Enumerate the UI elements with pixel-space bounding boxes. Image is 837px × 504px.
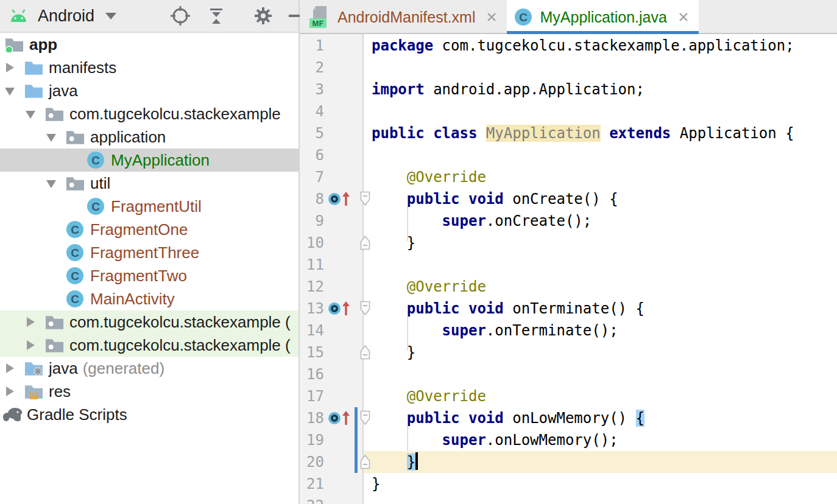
code-line-1[interactable]: package com.tugcekolcu.stackexample.appl… (372, 35, 837, 57)
tree-item-java[interactable]: java(generated) (0, 357, 298, 380)
code-line-17[interactable]: @Override (372, 385, 837, 407)
code-token: } (372, 475, 380, 492)
editor[interactable]: 12345678910111213141516171819202122 pack… (300, 34, 837, 504)
indent-spacer (0, 229, 66, 230)
fold-region-start-icon[interactable] (360, 191, 370, 209)
close-tab-icon[interactable] (677, 10, 690, 24)
annotation-token: @Override (407, 169, 486, 186)
chevron-expanded-icon[interactable] (26, 109, 45, 119)
code-line-20[interactable]: } (372, 451, 837, 473)
indent-spacer (0, 206, 87, 207)
gutter-row: 20 (300, 451, 362, 473)
line-number: 7 (303, 169, 324, 186)
tree-item-fragmentone[interactable]: CFragmentOne (0, 218, 298, 241)
gutter-row: 16 (300, 363, 362, 385)
fold-region-end-icon[interactable] (360, 454, 370, 472)
tree-item-com-tugcekolcu-stackexample[interactable]: com.tugcekolcu.stackexample ( (0, 310, 298, 334)
folder-blue-icon (24, 83, 45, 99)
svg-text:MF: MF (313, 19, 324, 28)
code-line-6[interactable] (372, 144, 837, 166)
tree-item-java[interactable]: java (0, 79, 298, 102)
class-icon: C (66, 290, 87, 308)
tree-item-application[interactable]: application (0, 125, 298, 149)
overrides-method-icon[interactable] (328, 410, 355, 427)
code-line-16[interactable] (372, 363, 837, 385)
chevron-expanded-icon[interactable] (5, 86, 24, 96)
tree-item-myapplication[interactable]: CMyApplication (0, 149, 298, 172)
code-token: .onTerminate(); (486, 322, 618, 339)
code-line-19[interactable]: super.onLowMemory(); (372, 429, 837, 451)
line-number: 18 (303, 410, 324, 427)
fold-region-end-icon[interactable] (360, 345, 370, 362)
code-line-12[interactable]: @Override (372, 276, 837, 298)
code-line-9[interactable]: super.onCreate(); (372, 210, 837, 232)
code-line-8[interactable]: public void onCreate() { (372, 188, 837, 210)
code-line-11[interactable] (372, 254, 837, 276)
locate-file-button[interactable] (170, 5, 191, 26)
chevron-collapsed-icon[interactable] (5, 363, 24, 373)
tree-item-manifests[interactable]: manifests (0, 56, 298, 79)
code-line-21[interactable]: } (372, 473, 837, 495)
tree-item-fragmentthree[interactable]: CFragmentThree (0, 241, 298, 264)
chevron-glyph (26, 111, 35, 119)
code-line-2[interactable] (372, 57, 837, 79)
chevron-down-icon[interactable] (105, 13, 116, 19)
overrides-method-icon[interactable] (328, 300, 355, 317)
code-line-7[interactable]: @Override (372, 166, 837, 188)
overrides-method-icon[interactable] (328, 191, 355, 208)
chevron-glyph (5, 88, 15, 96)
tree-item-app[interactable]: app (0, 33, 298, 56)
chevron-collapsed-icon[interactable] (5, 63, 24, 72)
tree-item-gradle-scripts[interactable]: Gradle Scripts (0, 403, 298, 426)
project-view-selector[interactable]: Android (38, 7, 94, 26)
code-line-22[interactable] (372, 495, 837, 504)
svg-text:C: C (91, 154, 100, 167)
code-line-15[interactable]: } (372, 341, 837, 363)
code-token: .onCreate(); (486, 212, 592, 229)
tree-item-label: FragmentTwo (90, 267, 187, 285)
tree-item-label: Gradle Scripts (27, 405, 127, 424)
chevron-expanded-icon[interactable] (46, 178, 66, 188)
folder-res-icon (24, 383, 45, 399)
gutter-row: 15 (300, 341, 362, 363)
tree-item-com-tugcekolcu-stackexample[interactable]: com.tugcekolcu.stackexample (0, 102, 298, 125)
tree-item-res[interactable]: res (0, 380, 298, 403)
chevron-expanded-icon[interactable] (46, 132, 66, 142)
chevron-collapsed-icon[interactable] (5, 387, 24, 396)
tree-item-suffix: (generated) (83, 359, 164, 378)
tree-item-com-tugcekolcu-stackexample[interactable]: com.tugcekolcu.stackexample ( (0, 334, 298, 357)
chevron-collapsed-icon[interactable] (26, 340, 45, 350)
indent-spacer (0, 391, 5, 392)
chevron-glyph (46, 134, 56, 142)
keyword-token: import (372, 81, 425, 98)
close-tab-icon[interactable] (485, 10, 498, 24)
tree-item-fragmenttwo[interactable]: CFragmentTwo (0, 264, 298, 287)
line-number: 1 (303, 37, 324, 54)
fold-region-end-icon[interactable] (360, 235, 370, 253)
tree-item-mainactivity[interactable]: CMainActivity (0, 287, 298, 310)
code-line-10[interactable]: } (372, 232, 837, 254)
fold-region-start-icon[interactable] (360, 410, 370, 428)
editor-tab-bar: MFAndroidManifest.xmlCMyApplication.java (300, 0, 837, 34)
code-area[interactable]: package com.tugcekolcu.stackexample.appl… (364, 34, 837, 504)
code-line-13[interactable]: public void onTerminate() { (372, 298, 837, 320)
fold-region-start-icon[interactable] (360, 301, 370, 318)
chevron-glyph (6, 63, 14, 72)
collapse-all-button[interactable] (207, 6, 226, 26)
tree-item-fragmentutil[interactable]: CFragmentUtil (0, 195, 298, 218)
code-line-5[interactable]: public class MyApplication extends Appli… (372, 122, 837, 144)
code-line-18[interactable]: public void onLowMemory() { (372, 407, 837, 429)
tab-androidmanifest-xml[interactable]: MFAndroidManifest.xml (301, 0, 507, 34)
gutter-row: 1 (300, 35, 362, 57)
chevron-collapsed-icon[interactable] (26, 317, 45, 327)
code-line-14[interactable]: super.onTerminate(); (372, 320, 837, 341)
code-line-3[interactable]: import android.app.Application; (372, 79, 837, 100)
settings-button[interactable] (253, 5, 274, 26)
keyword-token: super (442, 322, 486, 339)
tab-myapplication-java[interactable]: CMyApplication.java (507, 0, 698, 34)
android-studio-window: Android (0, 0, 837, 504)
tree-item-label: java (49, 359, 78, 378)
code-line-4[interactable] (372, 100, 837, 122)
tree-item-util[interactable]: util (0, 172, 298, 195)
package-icon (66, 175, 87, 191)
